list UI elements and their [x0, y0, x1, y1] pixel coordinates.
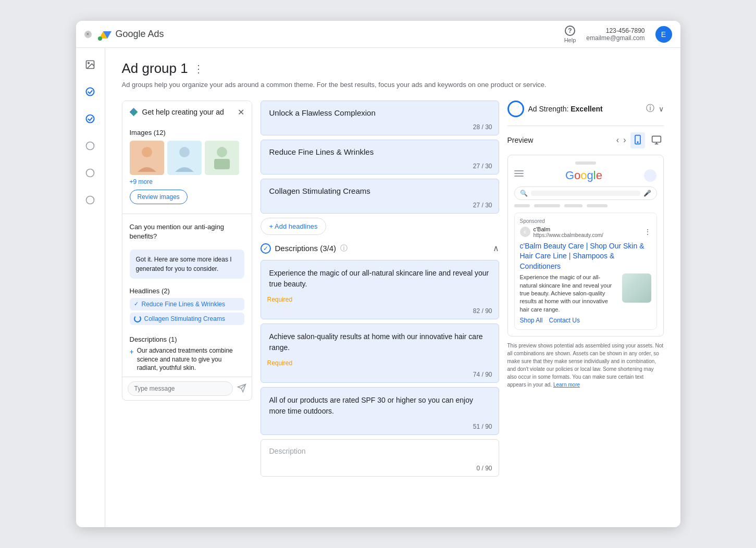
headline-count-3: 27 / 30: [261, 200, 499, 213]
phone-tab-4[interactable]: [587, 204, 608, 207]
ai-headline-text-2: Collagen Stimulating Creams: [144, 315, 225, 322]
check-circle-icon-2: [85, 114, 95, 124]
phone-tab-2[interactable]: [534, 204, 560, 207]
svg-point-9: [142, 147, 152, 157]
learn-more-link[interactable]: Learn more: [553, 382, 580, 388]
svg-point-5: [86, 142, 94, 150]
sidebar-icon-circle3[interactable]: [82, 192, 98, 208]
svg-point-16: [637, 142, 638, 143]
image-thumbnail-1: [130, 141, 164, 175]
description-3[interactable]: All of our products are rated SPF 30 or …: [261, 387, 499, 435]
ai-diamond-icon: [130, 108, 138, 116]
descriptions-section-header: ✓ Descriptions (3/4) ⓘ ∧: [261, 243, 499, 254]
svg-point-3: [86, 88, 94, 96]
more-options-icon[interactable]: ⋮: [193, 63, 204, 75]
circle-icon-1: [85, 141, 95, 151]
google-account-icon[interactable]: [644, 169, 656, 182]
ai-panel-title: Get help creating your ad: [142, 108, 224, 116]
sidebar-icon-circle2[interactable]: [82, 165, 98, 181]
preview-next-icon[interactable]: ›: [623, 135, 626, 145]
review-images-button[interactable]: Review images: [130, 190, 188, 204]
headline-count-1: 28 / 30: [261, 121, 499, 135]
send-icon: [237, 383, 246, 393]
page-title: Ad group 1: [122, 60, 188, 77]
svg-point-4: [86, 115, 94, 123]
more-images-link[interactable]: +9 more: [130, 178, 244, 185]
descriptions-info-icon[interactable]: ⓘ: [340, 244, 348, 253]
descriptions-collapse-icon[interactable]: ∧: [493, 243, 499, 253]
ai-images-grid: [130, 141, 244, 175]
sidebar-icon-check1[interactable]: [82, 83, 98, 100]
description-1[interactable]: Experience the magic of our all-natural …: [261, 260, 499, 319]
ai-image-3[interactable]: [205, 141, 239, 175]
three-column-layout: Get help creating your ad ✕ Images (12): [122, 101, 664, 481]
svg-point-7: [86, 196, 94, 204]
ad-favicon: c: [520, 227, 530, 237]
svg-point-11: [179, 147, 190, 157]
description-empty[interactable]: Description 0 / 90: [261, 439, 499, 477]
top-bar: × Google Ads ? Help 123-456-7890 emailme…: [76, 21, 680, 48]
headline-2[interactable]: Reduce Fine Lines & Wrinkles 27 / 30: [261, 140, 499, 175]
svg-rect-12: [205, 141, 239, 175]
content-area: Ad group 1 ⋮ Ad groups help you organize…: [105, 48, 680, 527]
ai-image-1[interactable]: [130, 141, 164, 175]
user-avatar[interactable]: E: [655, 26, 672, 43]
ad-more-icon[interactable]: ⋮: [644, 228, 651, 236]
add-headlines-button[interactable]: + Add headlines: [261, 218, 327, 235]
sidebar-icon-check2[interactable]: [82, 110, 98, 127]
headline-3[interactable]: Collagen Stimulating Creams 27 / 30: [261, 179, 499, 214]
divider: [507, 126, 664, 126]
phone-tab-3[interactable]: [564, 204, 583, 207]
ai-image-2[interactable]: [167, 141, 202, 175]
middle-column: Unlock a Flawless Complexion 28 / 30 Red…: [261, 101, 499, 481]
svg-point-13: [217, 147, 227, 157]
headline-1[interactable]: Unlock a Flawless Complexion 28 / 30: [261, 101, 499, 135]
phone-tab-1[interactable]: [514, 204, 530, 207]
circle-icon-3: [85, 195, 95, 205]
ai-panel: Get help creating your ad ✕ Images (12): [122, 101, 252, 401]
descriptions-title: Descriptions (3/4): [275, 244, 337, 253]
sidebar-icon-image[interactable]: [82, 56, 98, 73]
ad-card-header: c c'Balm https://www.cbalmbeauty.com/ ⋮: [520, 226, 651, 238]
ad-url: https://www.cbalmbeauty.com/: [534, 232, 641, 238]
desktop-icon: [651, 134, 662, 145]
descriptions-section-title: ✓ Descriptions (3/4) ⓘ: [261, 243, 348, 254]
image-thumbnail-2: [167, 141, 202, 175]
ad-strength-collapse-icon[interactable]: ∨: [659, 105, 664, 113]
ad-headline[interactable]: c'Balm Beauty Care | Shop Our Skin & Hai…: [520, 241, 651, 272]
ai-header-left: Get help creating your ad: [130, 108, 224, 116]
close-button[interactable]: ×: [84, 31, 92, 38]
ad-strength-ring: [507, 101, 524, 117]
ai-desc-item[interactable]: + Our advanced treatments combine scienc…: [130, 346, 244, 372]
loading-spinner: [134, 315, 141, 322]
svg-point-6: [86, 169, 94, 177]
google-logo-preview: Google: [565, 169, 602, 182]
right-column: Ad Strength: Excellent ⓘ ∨ Preview ‹ ›: [507, 101, 664, 389]
account-info: 123-456-7890 emailme@gmail.com: [586, 27, 645, 42]
headline-text-2: Reduce Fine Lines & Wrinkles: [261, 140, 499, 160]
ad-link-contact-us[interactable]: Contact Us: [549, 317, 580, 324]
preview-prev-icon[interactable]: ‹: [616, 135, 619, 145]
ad-link-shop-all[interactable]: Shop All: [520, 317, 543, 324]
sidebar-icon-circle1[interactable]: [82, 138, 98, 154]
svg-point-2: [88, 63, 90, 64]
mobile-preview-button[interactable]: [630, 132, 645, 148]
help-area[interactable]: ? Help: [564, 26, 576, 43]
ai-chat-input[interactable]: [128, 381, 233, 396]
hamburger-icon[interactable]: [514, 170, 524, 177]
search-bar-preview[interactable]: 🔍 🎤: [514, 186, 657, 200]
ai-headline-item-1[interactable]: ✓ Reduce Fine Lines & Wrinkles: [130, 298, 244, 310]
mic-icon: 🎤: [643, 190, 651, 197]
desktop-preview-button[interactable]: [649, 132, 664, 148]
desc-count-2: 74 / 90: [261, 369, 499, 382]
ai-panel-header: Get help creating your ad ✕: [122, 101, 252, 123]
send-button[interactable]: [237, 383, 246, 394]
ad-strength-info-icon[interactable]: ⓘ: [646, 103, 654, 114]
browser-window: × Google Ads ? Help 123-456-7890 emailme…: [76, 21, 680, 527]
main-layout: Ad group 1 ⋮ Ad groups help you organize…: [76, 48, 680, 527]
description-2[interactable]: Achieve salon-quality results at home wi…: [261, 323, 499, 383]
preview-note: This preview shows potential ads assembl…: [507, 342, 664, 389]
ai-headline-item-2[interactable]: Collagen Stimulating Creams: [130, 313, 244, 325]
ai-question: Can you mention our anti-aging benefits?: [122, 218, 252, 245]
ai-close-button[interactable]: ✕: [238, 107, 244, 117]
